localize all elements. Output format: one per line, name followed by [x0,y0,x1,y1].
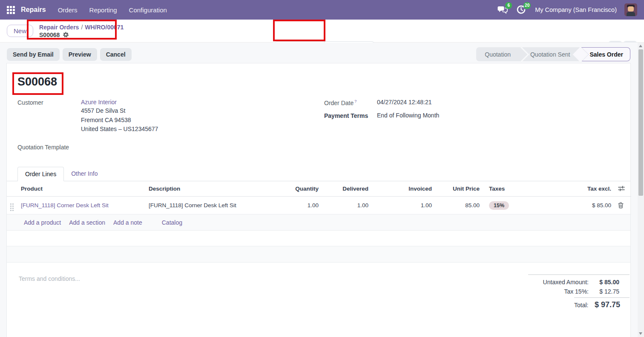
breadcrumb-separator: / [81,24,83,31]
preview-button[interactable]: Preview [63,48,97,61]
col-invoiced[interactable]: Invoiced [372,181,435,197]
help-question-icon: ? [354,99,356,103]
menu-configuration[interactable]: Configuration [129,6,167,14]
optional-columns-button[interactable] [615,181,631,197]
list-footer-links: Add a product Add a section Add a note C… [7,214,630,231]
cell-quantity[interactable]: 1.00 [277,197,322,214]
total-label: Total: [574,302,588,308]
terms-and-conditions-field[interactable]: Terms and conditions... [19,274,80,312]
order-lines-table: Product Description Quantity Delivered I… [7,181,631,215]
new-button[interactable]: New [7,25,33,37]
activities-button[interactable]: 20 [516,5,527,15]
empty-row [7,246,630,263]
notebook-tabs: Order Lines Other Info [7,167,630,181]
apps-grid-icon[interactable] [7,6,15,14]
customer-address-line: 4557 De Silva St [81,106,158,116]
scrollbar-thumb[interactable] [638,49,643,196]
breadcrumb-repair-orders[interactable]: Repair Orders [39,24,79,31]
col-product[interactable]: Product [17,181,145,197]
breadcrumb: Repair Orders/WH/RO/00071 S00068 [39,23,124,39]
untaxed-amount-value: $ 85.00 [589,279,630,286]
top-navbar: Repairs Orders Reporting Configuration 6… [0,0,644,20]
cell-delivered: 1.00 [322,197,372,214]
user-avatar[interactable] [624,3,637,16]
field-group: Customer Azure Interior 4557 De Silva St… [17,99,630,152]
add-a-note-link[interactable]: Add a note [113,219,142,226]
cell-product[interactable]: [FURN_1118] Corner Desk Left Sit [21,202,109,208]
order-date-value[interactable]: 04/27/2024 12:48:21 [377,99,431,106]
activities-count-badge: 20 [523,2,531,9]
breadcrumb-current: S00068 [39,31,60,39]
menu-reporting[interactable]: Reporting [89,6,117,14]
tax-label: Tax 15%: [564,288,589,295]
statusbar: Quotation Quotation Sent Sales Order [476,47,630,61]
drag-handle-icon[interactable] [10,203,14,211]
action-bar: Send by Email Preview Cancel Quotation Q… [0,43,644,65]
tab-other-info[interactable]: Other Info [64,167,105,181]
customer-label: Customer [17,99,81,134]
total-value: $ 97.75 [588,300,630,309]
send-by-email-button[interactable]: Send by Email [7,48,60,61]
vertical-scrollbar[interactable] [638,43,644,337]
customer-address-line: Fremont CA 94538 [81,116,158,125]
status-quotation[interactable]: Quotation [476,47,522,61]
customer-link[interactable]: Azure Interior [81,99,158,106]
company-switcher[interactable]: My Company (San Francisco) [535,6,617,13]
cell-description[interactable]: [FURN_1118] Corner Desk Left Sit [145,197,277,214]
control-panel: New Repair Orders/WH/RO/00071 S00068 Inv… [0,20,644,43]
scroll-down-arrow-icon[interactable] [639,332,642,335]
menu-orders[interactable]: Orders [58,6,78,14]
messages-button[interactable]: 6 [497,5,509,15]
tab-order-lines[interactable]: Order Lines [17,167,64,181]
app-name[interactable]: Repairs [21,6,46,14]
sheet-bottom: Terms and conditions... Untaxed Amount: … [7,274,630,312]
tax-value: $ 12.75 [589,288,630,295]
empty-row [7,231,630,246]
record-title: S00068 [17,75,630,89]
col-unit-price[interactable]: Unit Price [435,181,483,197]
form-sheet: S00068 Customer Azure Interior 4557 De S… [6,63,631,337]
gear-icon[interactable] [63,31,69,38]
payment-terms-value[interactable]: End of Following Month [377,112,439,119]
table-header-row: Product Description Quantity Delivered I… [7,181,631,197]
quotation-template-label: Quotation Template [17,143,81,151]
catalog-link[interactable]: Catalog [162,219,182,226]
cancel-button[interactable]: Cancel [100,48,132,61]
messages-count-badge: 6 [505,2,512,9]
order-line-row[interactable]: [FURN_1118] Corner Desk Left Sit [FURN_1… [7,197,631,214]
col-delivered[interactable]: Delivered [322,181,372,197]
col-description[interactable]: Description [145,181,277,197]
tax-badge[interactable]: 15% [489,201,509,210]
customer-address-line: United States – US12345677 [81,125,158,134]
col-tax-excl[interactable]: Tax excl. [543,181,615,197]
untaxed-amount-label: Untaxed Amount: [543,279,589,286]
adjust-columns-icon [618,186,628,191]
col-quantity[interactable]: Quantity [277,181,322,197]
order-date-label: Order Date? [324,99,377,106]
breadcrumb-repair-ref[interactable]: WH/RO/00071 [85,24,124,31]
cell-unit-price[interactable]: 85.00 [435,197,483,214]
cell-invoiced: 1.00 [372,197,435,214]
add-a-section-link[interactable]: Add a section [69,219,105,226]
totals-block: Untaxed Amount: $ 85.00 Tax 15%: $ 12.75… [528,274,630,312]
cell-tax-excl: $ 85.00 [543,197,615,214]
delete-line-button[interactable] [618,202,628,208]
scroll-up-arrow-icon[interactable] [639,45,642,47]
status-quotation-sent[interactable]: Quotation Sent [522,47,581,61]
form-view: Send by Email Preview Cancel Quotation Q… [0,43,644,337]
add-a-product-link[interactable]: Add a product [24,219,61,226]
col-taxes[interactable]: Taxes [483,181,543,197]
payment-terms-label: Payment Terms [324,112,377,119]
